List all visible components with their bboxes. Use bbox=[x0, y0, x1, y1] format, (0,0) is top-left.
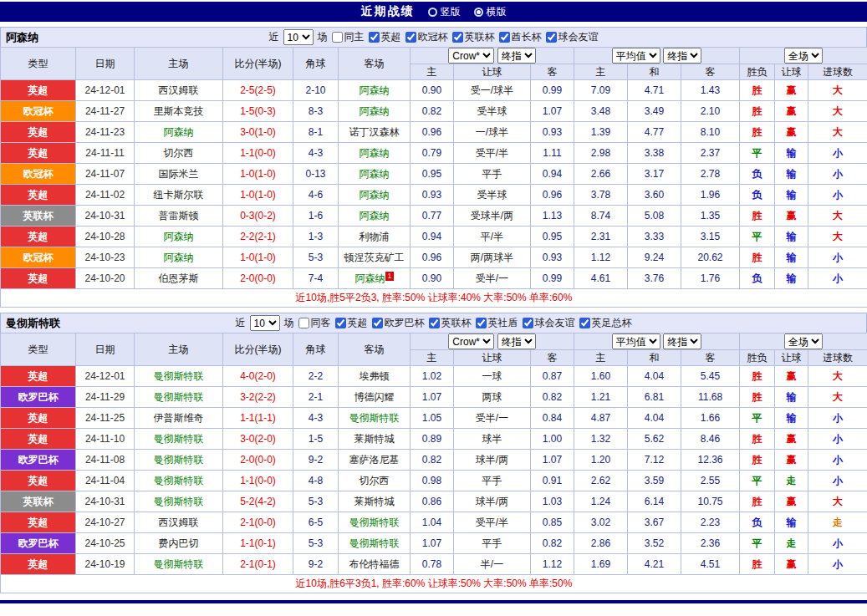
result-goals: 小 bbox=[808, 268, 867, 289]
summary-row: 近10场,胜5平2负3, 胜率:50% 让球率:40% 大率:50% 单率:60… bbox=[1, 289, 867, 308]
league-checkbox[interactable] bbox=[579, 318, 590, 328]
league-filter[interactable]: 球会友谊 bbox=[523, 316, 575, 330]
layout-option-vertical[interactable]: 竖版 bbox=[428, 5, 461, 19]
home-odds: 0.98 bbox=[411, 471, 454, 491]
home-team: 曼彻斯特联 bbox=[135, 471, 223, 491]
corners: 5-3 bbox=[293, 533, 339, 554]
avg-source-select[interactable]: 平均值 bbox=[612, 333, 660, 349]
league-checkbox[interactable] bbox=[499, 32, 510, 43]
handicap-line: 受球半/两 bbox=[454, 206, 531, 227]
home-odds: 0.93 bbox=[411, 185, 454, 206]
league-filter[interactable]: 英联杯 bbox=[429, 316, 472, 330]
same-venue-label: 同客 bbox=[311, 316, 331, 330]
away-team: 阿森纳1 bbox=[339, 268, 411, 289]
match-count-select[interactable]: 10 bbox=[250, 315, 280, 331]
result-goals: 小 bbox=[808, 185, 867, 206]
result-outcome: 胜 bbox=[740, 366, 775, 387]
away-team: 切尔西 bbox=[339, 471, 411, 491]
league-filter[interactable]: 酋长杯 bbox=[499, 30, 542, 44]
sub-col-goals-result: 进球数 bbox=[808, 64, 867, 80]
odds-time-select[interactable]: 终指 bbox=[497, 333, 536, 349]
sub-col-handicap-result: 让球 bbox=[775, 350, 808, 366]
avg-draw: 3.67 bbox=[628, 512, 681, 533]
away-team: 阿森纳 bbox=[339, 185, 411, 206]
league-filter[interactable]: 英超 bbox=[369, 30, 401, 44]
same-venue-checkbox[interactable] bbox=[298, 318, 309, 328]
league-checkbox[interactable] bbox=[335, 318, 346, 328]
avg-draw: 3.17 bbox=[628, 164, 681, 185]
away-team: 曼彻斯特联 bbox=[339, 533, 411, 554]
odds-source-select[interactable]: Crow* bbox=[448, 333, 494, 349]
handicap-line: 平手 bbox=[454, 533, 531, 554]
home-odds: 0.95 bbox=[411, 164, 454, 185]
home-team: 普雷斯顿 bbox=[135, 206, 223, 227]
avg-away: 8.46 bbox=[681, 429, 740, 450]
same-venue-filter[interactable]: 同客 bbox=[298, 316, 331, 330]
away-odds: 0.93 bbox=[531, 247, 574, 268]
league-filter[interactable]: 球会友谊 bbox=[546, 30, 599, 44]
corners: 0-13 bbox=[293, 164, 339, 185]
match-filters: 近 10 场 同主 英超欧冠杯英联杯酋长杯球会友谊 bbox=[269, 29, 599, 45]
avg-home: 1.12 bbox=[574, 247, 628, 268]
home-team: 曼彻斯特联 bbox=[135, 366, 223, 387]
away-team: 诺丁汉森林 bbox=[339, 122, 411, 143]
avg-source-select[interactable]: 平均值 bbox=[612, 48, 660, 64]
match-row: 英超24-11-10曼彻斯特联3-0(2-0)1-5莱斯特城0.89球半1.00… bbox=[1, 429, 867, 450]
avg-draw: 4.04 bbox=[628, 408, 681, 429]
score: 1-1(0-0) bbox=[223, 471, 293, 491]
league-badge: 英联杯 bbox=[1, 206, 76, 227]
avg-home: 3.02 bbox=[574, 512, 628, 533]
corners: 7-4 bbox=[293, 268, 339, 289]
league-checkbox[interactable] bbox=[369, 32, 380, 43]
result-goals: 大 bbox=[808, 101, 867, 122]
radio-selected-icon[interactable] bbox=[474, 8, 483, 17]
away-odds: 1.07 bbox=[531, 450, 574, 471]
avg-time-select[interactable]: 终指 bbox=[663, 333, 701, 349]
handicap-line: 平/半 bbox=[454, 227, 531, 247]
league-filter[interactable]: 欧罗巴杯 bbox=[372, 316, 425, 330]
result-handicap: 输 bbox=[775, 387, 808, 408]
league-checkbox[interactable] bbox=[429, 318, 440, 328]
league-checkbox[interactable] bbox=[452, 32, 463, 43]
league-filter[interactable]: 英足总杯 bbox=[579, 316, 632, 330]
layout-option-horizontal[interactable]: 横版 bbox=[474, 5, 507, 19]
result-outcome: 负 bbox=[740, 268, 775, 289]
odds-time-select[interactable]: 终指 bbox=[497, 48, 536, 64]
league-filter[interactable]: 欧冠杯 bbox=[405, 30, 448, 44]
same-venue-checkbox[interactable] bbox=[332, 32, 343, 43]
result-goals: 小 bbox=[808, 247, 867, 268]
league-checkbox[interactable] bbox=[476, 318, 487, 328]
same-venue-filter[interactable]: 同主 bbox=[332, 30, 365, 44]
handicap-line: 平手 bbox=[454, 164, 531, 185]
league-checkbox[interactable] bbox=[546, 32, 557, 43]
avg-draw: 3.38 bbox=[628, 143, 681, 164]
match-date: 24-10-31 bbox=[76, 491, 135, 512]
odds-source-select[interactable]: Crow* bbox=[448, 48, 494, 64]
scope-select[interactable]: 全场 bbox=[784, 48, 823, 64]
away-team: 顿涅茨克矿工 bbox=[339, 247, 411, 268]
avg-home: 1.21 bbox=[574, 387, 628, 408]
score: 2-2(2-1) bbox=[223, 227, 293, 247]
league-filter[interactable]: 英社盾 bbox=[476, 316, 518, 330]
league-filter[interactable]: 英联杯 bbox=[452, 30, 495, 44]
league-checkbox[interactable] bbox=[523, 318, 533, 328]
league-badge: 英超 bbox=[1, 227, 76, 247]
match-count-select[interactable]: 10 bbox=[283, 29, 314, 45]
radio-icon[interactable] bbox=[428, 8, 437, 17]
match-row: 英超24-10-28阿森纳2-2(2-1)1-3利物浦0.94平/半0.952.… bbox=[1, 227, 867, 247]
league-filter[interactable]: 英超 bbox=[335, 316, 368, 330]
match-row: 英超24-10-20伯恩茅斯2-0(0-0)7-4阿森纳10.90受半/一0.9… bbox=[1, 268, 867, 289]
result-handicap: 输 bbox=[775, 143, 808, 164]
sub-col-home-odds: 主 bbox=[411, 64, 454, 80]
team-section-arsenal: 阿森纳 近 10 场 同主 英超欧冠杯英联杯酋长杯球会友谊 类型 日期 主场 比… bbox=[0, 27, 867, 308]
matches-table: 类型 日期 主场 比分(半场) 角球 客场 Crow* 终指 平均值 终指 全场 bbox=[0, 47, 867, 308]
avg-away: 1.35 bbox=[681, 206, 740, 227]
league-checkbox[interactable] bbox=[405, 32, 416, 43]
avg-away: 2.55 bbox=[681, 471, 740, 491]
avg-away: 2.36 bbox=[681, 533, 740, 554]
scope-select[interactable]: 全场 bbox=[784, 333, 823, 349]
avg-away: 2.23 bbox=[681, 512, 740, 533]
avg-time-select[interactable]: 终指 bbox=[663, 48, 701, 64]
league-checkbox[interactable] bbox=[372, 318, 383, 328]
home-odds: 0.90 bbox=[411, 268, 454, 289]
